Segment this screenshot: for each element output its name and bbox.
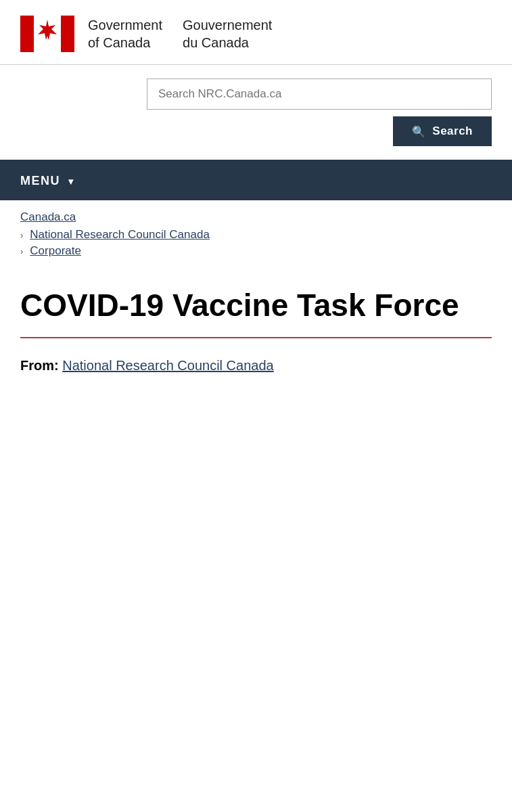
breadcrumb: Canada.ca › National Research Council Ca…: [0, 200, 512, 267]
menu-bar: MENU ▾: [0, 162, 512, 200]
canada-flag-icon: [20, 14, 74, 54]
search-icon: 🔍: [412, 125, 426, 138]
breadcrumb-corporate-link[interactable]: Corporate: [30, 244, 81, 258]
title-divider: [20, 337, 492, 338]
breadcrumb-item: › National Research Council Canada: [20, 228, 492, 242]
from-label: From:: [20, 358, 59, 373]
main-content: COVID-19 Vaccine Task Force From: Nation…: [0, 267, 512, 403]
government-name: Government of Canada Gouvernement du Can…: [88, 16, 272, 51]
breadcrumb-root-link[interactable]: Canada.ca: [20, 210, 492, 224]
page-title: COVID-19 Vaccine Task Force: [20, 288, 492, 323]
chevron-right-icon: ›: [20, 246, 23, 256]
site-header: Government of Canada Gouvernement du Can…: [0, 0, 512, 65]
chevron-down-icon: ▾: [68, 176, 74, 187]
breadcrumb-item: › Corporate: [20, 244, 492, 258]
from-nrc-link[interactable]: National Research Council Canada: [62, 358, 273, 373]
search-button[interactable]: 🔍 Search: [393, 116, 492, 146]
breadcrumb-nrc-link[interactable]: National Research Council Canada: [30, 228, 210, 242]
govt-name-english: Government of Canada: [88, 16, 162, 51]
from-section: From: National Research Council Canada: [20, 355, 492, 376]
canada-logo: [20, 14, 74, 54]
menu-button[interactable]: MENU ▾: [0, 162, 95, 200]
search-area: 🔍 Search: [0, 65, 512, 162]
govt-name-french: Gouvernement du Canada: [183, 16, 272, 51]
search-button-label: Search: [432, 125, 473, 138]
menu-label: MENU: [20, 174, 60, 188]
search-input[interactable]: [147, 78, 492, 110]
chevron-right-icon: ›: [20, 230, 23, 240]
